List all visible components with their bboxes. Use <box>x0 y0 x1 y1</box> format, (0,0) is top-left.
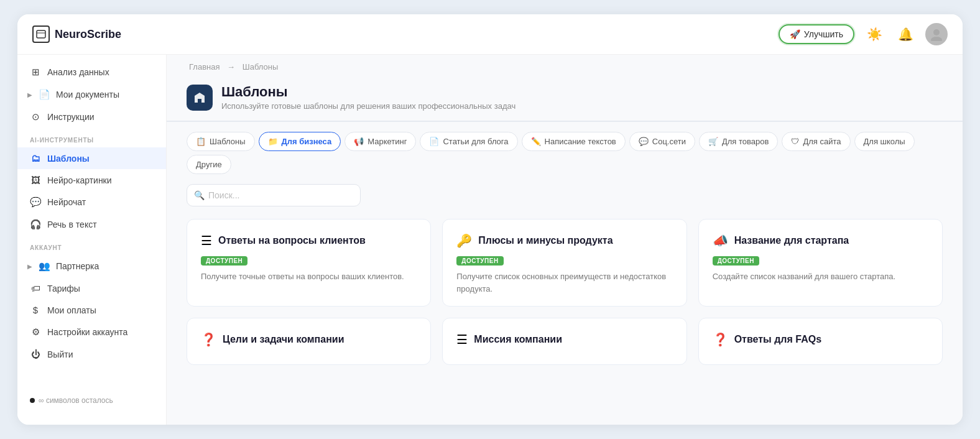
sidebar-item-neuro-images[interactable]: 🖼 Нейро-картинки <box>17 169 166 191</box>
sidebar-item-label: Мои оплаты <box>47 305 96 315</box>
ai-section-label: AI-ИНСТРУМЕНТЫ <box>17 128 166 147</box>
tab-blog-icon: 📄 <box>429 137 439 146</box>
tabs-bar: 📋 Шаблоны 📁 Для бизнеса 📢 Маркетинг 📄 Ст… <box>167 122 963 182</box>
neuro-images-icon: 🖼 <box>30 175 41 185</box>
tab-other-label: Другие <box>196 160 222 169</box>
tab-goods[interactable]: 🛒 Для товаров <box>699 132 778 151</box>
tab-social[interactable]: 💬 Соц.сети <box>629 132 695 151</box>
breadcrumb-home[interactable]: Главная <box>189 62 220 72</box>
sidebar-item-label: Анализ данных <box>47 67 109 77</box>
account-section-label: АККАУНТ <box>17 236 166 255</box>
page-subtitle: Используйте готовые шаблоны для решения … <box>221 101 515 111</box>
bell-icon: 🔔 <box>898 27 913 42</box>
main-content: Главная → Шаблоны Шаблоны Используйте го… <box>167 55 963 425</box>
search-input[interactable] <box>187 184 361 206</box>
sun-button[interactable]: ☀️ <box>863 23 885 45</box>
sidebar-item-payments[interactable]: $ Мои оплаты <box>17 299 166 321</box>
tab-site[interactable]: 🛡 Для сайта <box>782 132 850 151</box>
upgrade-button[interactable]: 🚀 Улучшить <box>779 24 854 44</box>
footer-dot <box>30 398 35 403</box>
tab-marketing-icon: 📢 <box>354 137 364 146</box>
tab-blog[interactable]: 📄 Статьи для блога <box>420 132 517 151</box>
sidebar-item-analysis[interactable]: ⊞ Анализ данных <box>17 61 166 83</box>
svg-point-2 <box>933 29 940 35</box>
card-pros-cons[interactable]: 🔑 Плюсы и минусы продукта ДОСТУПЕН Получ… <box>442 219 686 307</box>
sidebar-item-label: Настройки аккаунта <box>47 327 127 337</box>
sidebar-item-label: Инструкции <box>47 112 95 122</box>
neurochat-icon: 💬 <box>30 196 41 208</box>
card-company-goals[interactable]: ❓ Цели и задачи компании <box>187 318 431 365</box>
tab-writing-icon: ✏️ <box>531 137 541 146</box>
card-company-mission[interactable]: ☰ Миссия компании <box>442 318 686 365</box>
svg-rect-0 <box>37 30 45 38</box>
sidebar-item-templates[interactable]: 🗂 Шаблоны <box>17 147 166 169</box>
tab-marketing[interactable]: 📢 Маркетинг <box>344 132 416 151</box>
svg-point-3 <box>931 37 942 41</box>
page-header: Шаблоны Используйте готовые шаблоны для … <box>167 79 963 122</box>
sidebar-item-label: Шаблоны <box>47 154 90 164</box>
badge-available: ДОСТУПЕН <box>201 256 247 266</box>
card-icon: 📣 <box>713 233 728 248</box>
sidebar-item-label: Тарифы <box>47 284 80 293</box>
card-title: Название для стартапа <box>734 235 849 246</box>
search-bar: 🔍 <box>167 182 963 216</box>
chevron-icon: ▶ <box>27 91 32 98</box>
sidebar-footer: ∞ символов осталось <box>17 389 166 412</box>
logo-text: NeuroScribe <box>55 28 121 41</box>
search-input-wrap: 🔍 <box>187 184 361 206</box>
tab-goods-label: Для товаров <box>722 137 769 146</box>
cards-grid: ☰ Ответы на вопросы клиентов ДОСТУПЕН По… <box>167 216 963 377</box>
header-right: 🚀 Улучшить ☀️ 🔔 <box>779 23 948 45</box>
tab-school-label: Для школы <box>864 137 905 146</box>
tab-writing[interactable]: ✏️ Написание текстов <box>522 132 626 151</box>
tab-goods-icon: 🛒 <box>708 137 718 146</box>
tab-business[interactable]: 📁 Для бизнеса <box>259 132 341 151</box>
tab-social-label: Соц.сети <box>652 137 686 146</box>
card-icon: ☰ <box>201 233 212 248</box>
card-startup-name[interactable]: 📣 Название для стартапа ДОСТУПЕН Создайт… <box>698 219 943 307</box>
sidebar-item-documents[interactable]: ▶ 📄 Мои документы <box>17 83 166 106</box>
tab-school[interactable]: Для школы <box>854 132 915 151</box>
tab-other[interactable]: Другие <box>187 155 231 174</box>
badge-available: ДОСТУПЕН <box>713 256 759 266</box>
tab-writing-label: Написание текстов <box>545 137 616 146</box>
sidebar-item-neurochat[interactable]: 💬 Нейрочат <box>17 191 166 213</box>
chevron-icon: ▶ <box>27 263 32 270</box>
card-title: Ответы на вопросы клиентов <box>218 235 366 246</box>
sidebar-item-speech[interactable]: 🎧 Речь в текст <box>17 213 166 236</box>
tab-all[interactable]: 📋 Шаблоны <box>187 132 255 151</box>
tab-site-label: Для сайта <box>803 137 841 146</box>
app-header: NeuroScribe 🚀 Улучшить ☀️ 🔔 <box>17 14 963 55</box>
card-header: ☰ Миссия компании <box>456 332 672 347</box>
sidebar-item-logout[interactable]: ⏻ Выйти <box>17 343 166 365</box>
breadcrumb-current: Шаблоны <box>243 62 279 72</box>
tab-site-icon: 🛡 <box>791 137 799 146</box>
sidebar-item-instructions[interactable]: ⊙ Инструкции <box>17 106 166 128</box>
sidebar-item-label: Партнерка <box>56 261 99 271</box>
card-title: Плюсы и минусы продукта <box>478 235 612 246</box>
tab-blog-label: Статьи для блога <box>443 137 508 146</box>
bell-button[interactable]: 🔔 <box>894 23 917 45</box>
avatar[interactable] <box>925 23 948 45</box>
speech-icon: 🎧 <box>30 219 41 230</box>
card-client-answers[interactable]: ☰ Ответы на вопросы клиентов ДОСТУПЕН По… <box>187 219 431 307</box>
sidebar-item-label: Нейро-картинки <box>47 175 112 185</box>
sidebar-item-partner[interactable]: ▶ 👥 Партнерка <box>17 255 166 277</box>
settings-icon: ⚙ <box>30 326 41 338</box>
card-header: 📣 Название для стартапа <box>713 233 928 248</box>
search-icon: 🔍 <box>194 190 205 200</box>
tab-social-icon: 💬 <box>639 137 649 146</box>
card-title: Ответы для FAQs <box>734 334 821 345</box>
card-icon: 🔑 <box>456 233 472 248</box>
partner-icon: 👥 <box>39 261 50 272</box>
tab-all-label: Шаблоны <box>210 137 246 146</box>
card-faq-answers[interactable]: ❓ Ответы для FAQs <box>698 318 943 365</box>
card-icon: ☰ <box>456 332 468 347</box>
instructions-icon: ⊙ <box>30 111 41 122</box>
sidebar-item-settings[interactable]: ⚙ Настройки аккаунта <box>17 321 166 343</box>
sidebar-item-tariffs[interactable]: 🏷 Тарифы <box>17 277 166 299</box>
footer-symbols: ∞ символов осталось <box>39 396 113 405</box>
sun-icon: ☀️ <box>867 27 882 42</box>
sidebar: ⊞ Анализ данных ▶ 📄 Мои документы ⊙ Инст… <box>17 55 167 425</box>
analysis-icon: ⊞ <box>30 67 41 78</box>
